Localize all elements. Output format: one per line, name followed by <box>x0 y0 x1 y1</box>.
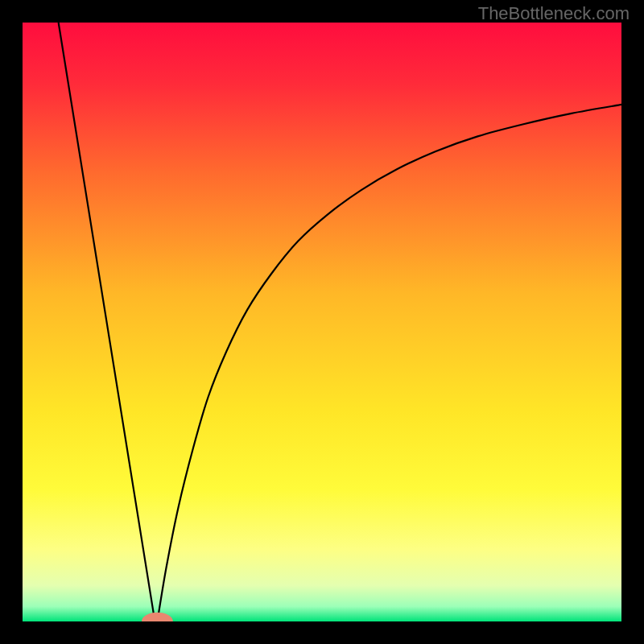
gradient-background <box>23 23 621 621</box>
bottleneck-chart <box>23 23 621 621</box>
watermark-text: TheBottleneck.com <box>478 3 630 24</box>
plot-frame <box>23 23 621 621</box>
